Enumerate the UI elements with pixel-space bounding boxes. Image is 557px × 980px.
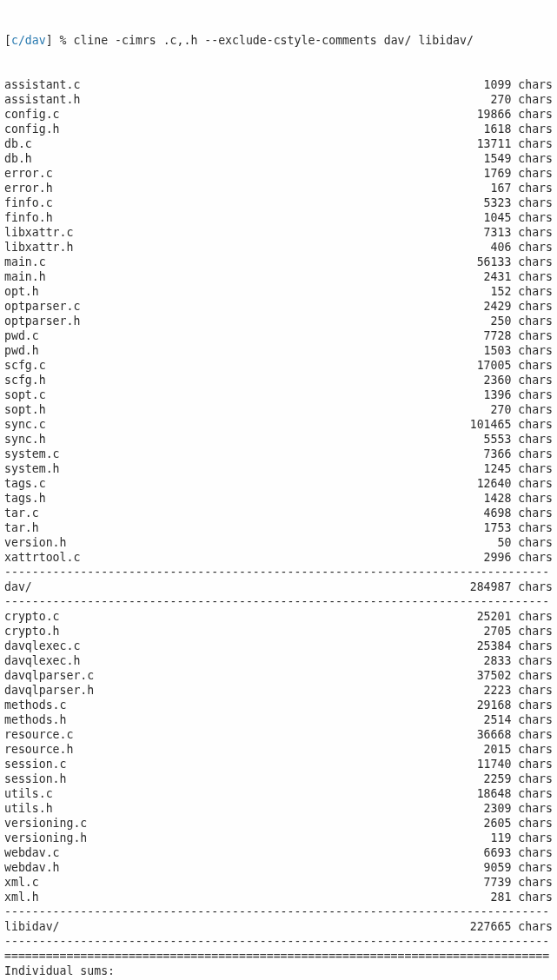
file-chars: 2996 chars — [484, 550, 553, 565]
file-name: xattrtool.c — [4, 550, 80, 565]
file-chars: 2705 chars — [484, 624, 553, 639]
file-name: finfo.c — [4, 195, 53, 210]
output-row: webdav.c6693 chars — [4, 845, 553, 860]
output-row: methods.c29168 chars — [4, 698, 553, 712]
output-row: finfo.c5323 chars — [4, 195, 553, 210]
output-row: error.h167 chars — [4, 181, 553, 195]
file-name: utils.c — [4, 786, 53, 801]
file-name: resource.h — [4, 742, 73, 757]
output-row: tar.c4698 chars — [4, 506, 553, 520]
output-row: tar.h1753 chars — [4, 520, 553, 535]
file-name: davqlparser.c — [4, 668, 94, 683]
file-chars: 56133 chars — [477, 255, 553, 269]
file-chars: 2605 chars — [484, 816, 553, 831]
output-row: davqlparser.c37502 chars — [4, 668, 553, 683]
file-chars: 1769 chars — [484, 166, 553, 181]
file-chars: 1099 chars — [484, 77, 553, 92]
file-name: methods.h — [4, 712, 66, 727]
output-row: main.h2431 chars — [4, 269, 553, 284]
prompt-path: c/dav — [11, 34, 46, 47]
output-row: db.h1549 chars — [4, 151, 553, 166]
file-chars: 2429 chars — [484, 299, 553, 314]
file-chars: 4698 chars — [484, 506, 553, 520]
file-chars: 18648 chars — [477, 786, 553, 801]
file-chars: 19866 chars — [477, 107, 553, 122]
output-row: xattrtool.c2996 chars — [4, 550, 553, 565]
subtotal-name: dav/ — [4, 579, 32, 594]
file-chars: 1549 chars — [484, 151, 553, 166]
file-name: optparser.c — [4, 299, 80, 314]
file-name: utils.h — [4, 801, 53, 816]
file-name: xml.h — [4, 890, 39, 904]
output-row: davqlparser.h2223 chars — [4, 683, 553, 698]
file-chars: 17005 chars — [477, 358, 553, 373]
file-chars: 406 chars — [491, 240, 553, 255]
file-chars: 6693 chars — [484, 845, 553, 860]
output-row: webdav.h9059 chars — [4, 860, 553, 875]
file-chars: 119 chars — [491, 831, 553, 845]
output-row: dav/284987 chars — [4, 579, 553, 594]
file-name: versioning.h — [4, 831, 87, 845]
output-row: resource.h2015 chars — [4, 742, 553, 757]
output-row: crypto.h2705 chars — [4, 624, 553, 639]
file-name: versioning.c — [4, 816, 87, 831]
output-row: opt.h152 chars — [4, 284, 553, 299]
file-chars: 7728 chars — [484, 328, 553, 343]
output-row: versioning.h119 chars — [4, 831, 553, 845]
file-name: webdav.c — [4, 845, 60, 860]
file-name: libxattr.c — [4, 225, 73, 240]
file-chars: 7366 chars — [484, 447, 553, 461]
subtotal-chars: 227665 chars — [470, 919, 553, 934]
output-row: resource.c36668 chars — [4, 727, 553, 742]
file-chars: 2223 chars — [484, 683, 553, 698]
output-row: pwd.h1503 chars — [4, 343, 553, 358]
file-chars: 2431 chars — [484, 269, 553, 284]
output-row: xml.c7739 chars — [4, 875, 553, 890]
output-row: optparser.c2429 chars — [4, 299, 553, 314]
file-chars: 1045 chars — [484, 210, 553, 225]
prompt-bracket-open: [ — [4, 34, 11, 47]
file-name: db.h — [4, 151, 32, 166]
output-row: sync.c101465 chars — [4, 417, 553, 432]
file-chars: 1753 chars — [484, 520, 553, 535]
file-name: tar.h — [4, 520, 39, 535]
file-name: sopt.h — [4, 402, 46, 417]
output-row: error.c1769 chars — [4, 166, 553, 181]
file-chars: 25201 chars — [477, 609, 553, 624]
divider-eq: ========================================… — [4, 949, 553, 963]
file-name: crypto.h — [4, 624, 60, 639]
file-name: config.h — [4, 122, 60, 136]
file-name: main.h — [4, 269, 46, 284]
file-name: davqlexec.h — [4, 653, 80, 668]
output-row: davqlexec.h2833 chars — [4, 653, 553, 668]
output-row: libxattr.h406 chars — [4, 240, 553, 255]
output-row: session.h2259 chars — [4, 771, 553, 786]
file-name: scfg.h — [4, 373, 46, 387]
prompt-bracket-close: ] — [46, 34, 53, 47]
prompt-line[interactable]: [c/dav] % cline -cimrs .c,.h --exclude-c… — [4, 33, 553, 48]
output-row: utils.h2309 chars — [4, 801, 553, 816]
output-row: versioning.c2605 chars — [4, 816, 553, 831]
file-chars: 2259 chars — [484, 771, 553, 786]
output-row: optparser.h250 chars — [4, 314, 553, 328]
file-chars: 101465 chars — [470, 417, 553, 432]
output-row: crypto.c25201 chars — [4, 609, 553, 624]
output-row: config.c19866 chars — [4, 107, 553, 122]
output-row: davqlexec.c25384 chars — [4, 639, 553, 653]
output-row: system.h1245 chars — [4, 461, 553, 476]
subtotal-chars: 284987 chars — [470, 579, 553, 594]
file-chars: 1618 chars — [484, 122, 553, 136]
output-row: system.c7366 chars — [4, 447, 553, 461]
file-name: opt.h — [4, 284, 39, 299]
sums-header: Individual sums: — [4, 963, 553, 978]
file-chars: 9059 chars — [484, 860, 553, 875]
output-row: methods.h2514 chars — [4, 712, 553, 727]
file-chars: 1396 chars — [484, 387, 553, 402]
output-row: assistant.c1099 chars — [4, 77, 553, 92]
subtotal-name: libidav/ — [4, 919, 60, 934]
file-chars: 37502 chars — [477, 668, 553, 683]
output-row: session.c11740 chars — [4, 757, 553, 771]
file-name: libxattr.h — [4, 240, 73, 255]
file-name: sync.h — [4, 432, 46, 447]
output-row: scfg.c17005 chars — [4, 358, 553, 373]
